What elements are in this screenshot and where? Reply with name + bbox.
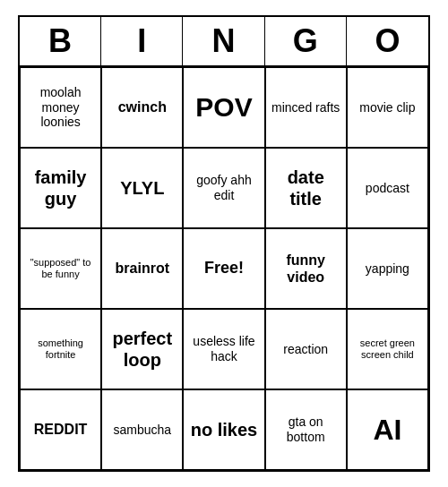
- bingo-card: BINGO moolah money looniescwinchPOVmince…: [18, 15, 430, 472]
- bingo-cell: brainrot: [101, 228, 183, 309]
- bingo-cell: yapping: [347, 228, 428, 309]
- bingo-grid: moolah money looniescwinchPOVminced raft…: [20, 67, 428, 470]
- bingo-cell: secret green screen child: [347, 309, 428, 389]
- bingo-header-letter: O: [347, 17, 428, 65]
- bingo-header: BINGO: [20, 17, 428, 67]
- bingo-header-letter: G: [265, 17, 347, 65]
- bingo-header-letter: B: [20, 17, 101, 65]
- bingo-cell: YLYL: [101, 148, 183, 228]
- bingo-header-letter: I: [101, 17, 183, 65]
- bingo-cell: AI: [347, 389, 428, 470]
- bingo-cell: REDDIT: [20, 389, 101, 470]
- bingo-cell: no likes: [183, 389, 264, 470]
- bingo-cell: something fortnite: [20, 309, 101, 389]
- bingo-cell: minced rafts: [265, 67, 347, 148]
- bingo-cell: gta on bottom: [265, 389, 347, 470]
- bingo-cell: sambucha: [101, 389, 183, 470]
- bingo-cell: perfect loop: [101, 309, 183, 389]
- bingo-cell: useless life hack: [183, 309, 264, 389]
- bingo-cell: movie clip: [347, 67, 428, 148]
- bingo-cell: moolah money loonies: [20, 67, 101, 148]
- bingo-cell: "supposed" to be funny: [20, 228, 101, 309]
- bingo-cell: funny video: [265, 228, 347, 309]
- bingo-cell: Free!: [183, 228, 264, 309]
- bingo-cell: POV: [183, 67, 264, 148]
- bingo-cell: podcast: [347, 148, 428, 228]
- bingo-cell: date title: [265, 148, 347, 228]
- bingo-cell: goofy ahh edit: [183, 148, 264, 228]
- bingo-header-letter: N: [183, 17, 264, 65]
- bingo-cell: family guy: [20, 148, 101, 228]
- bingo-cell: cwinch: [101, 67, 183, 148]
- bingo-cell: reaction: [265, 309, 347, 389]
